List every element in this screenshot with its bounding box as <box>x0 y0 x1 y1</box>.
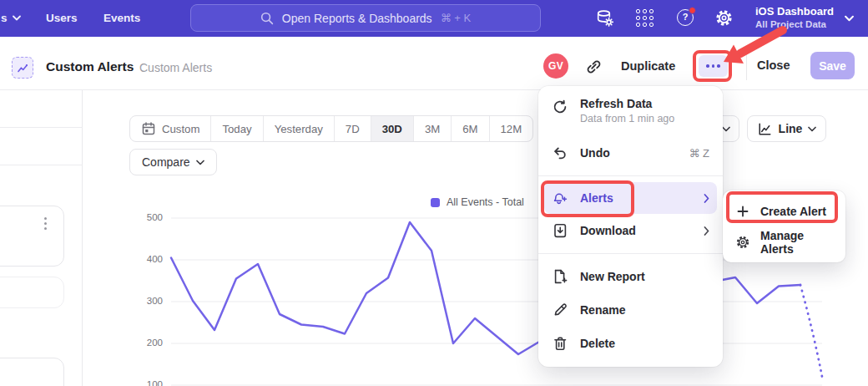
project-switcher[interactable]: iOS Dashboard All Project Data <box>755 5 834 29</box>
menu-item-label: Delete <box>580 337 615 350</box>
share-link-icon[interactable] <box>584 58 603 76</box>
line-chart-icon <box>757 121 773 137</box>
date-range-segmented-control: Custom Today Yesterday 7D 30D 3M 6M 12M <box>129 115 533 142</box>
menu-item-label: Refresh Data <box>580 97 652 110</box>
notification-dot <box>689 7 696 14</box>
trash-icon <box>552 335 568 352</box>
avatar[interactable]: GV <box>543 53 568 79</box>
create-alert-item[interactable]: Create Alert <box>723 196 845 226</box>
search-input[interactable]: Open Reports & Dashboards ⌘ + K <box>190 4 541 32</box>
chevron-right-icon <box>704 226 709 236</box>
date-range-today[interactable]: Today <box>210 116 262 141</box>
menu-item-label: Rename <box>580 303 625 317</box>
legend-label: All Events - Total <box>447 196 524 208</box>
new-report-menu-item[interactable]: New Report <box>538 260 723 293</box>
calendar-icon <box>141 121 156 136</box>
top-nav-bar: s Users Events Open Reports & Dashboards… <box>0 0 868 37</box>
manage-alerts-item[interactable]: Manage Alerts <box>723 226 845 257</box>
menu-item-label: Alerts <box>580 191 613 205</box>
project-scope: All Project Data <box>755 19 834 29</box>
apps-grid-icon[interactable] <box>636 9 655 28</box>
rename-menu-item[interactable]: Rename <box>538 293 723 327</box>
chevron-right-icon <box>704 194 709 203</box>
search-shortcut: ⌘ + K <box>441 12 472 24</box>
menu-item-subtitle: Data from 1 min ago <box>580 113 709 124</box>
date-range-yesterday[interactable]: Yesterday <box>263 116 334 141</box>
chevron-down-icon <box>13 15 21 21</box>
y-tick-label: 300 <box>125 296 163 306</box>
alerts-menu-item[interactable]: Alerts <box>544 182 717 214</box>
submenu-item-label: Create Alert <box>760 205 826 218</box>
report-type-icon <box>12 57 33 79</box>
header-divider <box>746 52 747 80</box>
more-options-menu: Refresh Data Data from 1 min ago Undo ⌘ … <box>538 86 723 367</box>
date-range-7d[interactable]: 7D <box>334 116 371 141</box>
date-range-6m[interactable]: 6M <box>451 116 488 141</box>
download-icon <box>552 222 568 239</box>
data-management-icon[interactable] <box>595 8 615 28</box>
gear-icon <box>735 235 750 250</box>
compare-button[interactable]: Compare <box>129 149 217 175</box>
menu-item-label: Download <box>580 224 636 237</box>
delete-menu-item[interactable]: Delete <box>538 327 723 360</box>
sidebar-divider <box>0 127 83 128</box>
chart-type-button[interactable]: Line <box>747 115 826 142</box>
chevron-down-icon[interactable] <box>845 15 854 22</box>
bell-plus-icon <box>552 190 568 206</box>
menu-divider <box>538 253 723 254</box>
chart-legend-item[interactable]: All Events - Total <box>431 196 524 208</box>
mini-line-chart-icon <box>16 61 29 74</box>
refresh-icon <box>552 99 568 115</box>
pencil-icon <box>552 302 568 318</box>
close-button[interactable]: Close <box>757 58 790 72</box>
plus-icon <box>735 204 750 219</box>
nav-item-partial[interactable]: s <box>1 12 21 24</box>
nav-item-partial-label: s <box>1 12 8 24</box>
refresh-data-menu-item[interactable]: Refresh Data Data from 1 min ago <box>538 93 723 136</box>
date-range-custom[interactable]: Custom <box>130 116 210 141</box>
nav-item-events[interactable]: Events <box>103 12 140 24</box>
y-tick-label: 500 <box>125 212 163 222</box>
menu-item-label: New Report <box>580 270 645 283</box>
breadcrumb[interactable]: Custom Alerts <box>139 61 212 74</box>
more-options-button[interactable] <box>699 55 728 77</box>
chevron-down-icon <box>196 160 204 165</box>
duplicate-button[interactable]: Duplicate <box>621 59 675 73</box>
date-range-30d-selected[interactable]: 30D <box>371 116 413 141</box>
y-tick-label: 200 <box>125 338 163 348</box>
sidebar-divider <box>0 165 83 165</box>
chevron-down-icon <box>808 126 816 132</box>
date-range-12m[interactable]: 12M <box>489 116 533 141</box>
date-range-3m[interactable]: 3M <box>413 116 451 141</box>
undo-menu-item[interactable]: Undo ⌘ Z <box>538 136 723 170</box>
shortcut-hint: ⌘ Z <box>689 147 709 160</box>
app-window: 500 400 300 200 100 All Events - Total s… <box>0 0 868 386</box>
menu-item-label: Undo <box>580 146 610 160</box>
nav-item-users[interactable]: Users <box>46 12 78 24</box>
search-icon <box>260 12 274 25</box>
menu-divider <box>538 175 723 176</box>
search-placeholder: Open Reports & Dashboards <box>282 12 432 25</box>
legend-swatch <box>431 198 440 207</box>
chevron-down-icon <box>722 126 730 132</box>
sidebar-card[interactable] <box>0 358 64 386</box>
y-tick-label: 400 <box>125 254 163 264</box>
download-menu-item[interactable]: Download <box>538 214 723 247</box>
sidebar-card[interactable] <box>0 206 64 267</box>
new-report-icon <box>552 268 568 285</box>
submenu-item-label: Manage Alerts <box>760 229 833 256</box>
card-kebab-menu-icon[interactable] <box>44 217 47 230</box>
y-tick-label: 100 <box>125 379 163 386</box>
undo-icon <box>552 145 568 161</box>
alerts-submenu: Create Alert Manage Alerts <box>723 190 845 262</box>
help-icon[interactable] <box>677 9 694 26</box>
page-title: Custom Alerts <box>46 59 134 74</box>
sidebar-card[interactable] <box>0 277 64 308</box>
project-name: iOS Dashboard <box>755 5 834 18</box>
settings-gear-icon[interactable] <box>714 8 734 28</box>
save-button[interactable]: Save <box>810 52 855 79</box>
